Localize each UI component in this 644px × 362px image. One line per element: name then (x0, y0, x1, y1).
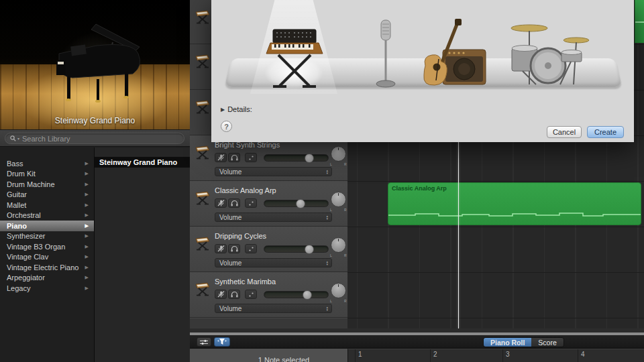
funnel-icon (217, 339, 227, 345)
create-button[interactable]: Create (587, 126, 624, 138)
pan-knob[interactable] (331, 192, 346, 207)
midi-region-classic-analog-arp[interactable]: Classic Analog Arp (388, 182, 641, 225)
category-item[interactable]: Piano ▶ (0, 221, 94, 231)
category-item[interactable]: Arpeggiator ▶ (0, 273, 94, 284)
pan-knob[interactable] (331, 283, 346, 298)
category-item[interactable]: Mallet ▶ (0, 200, 94, 210)
search-field[interactable]: ▾ (5, 133, 184, 144)
automation-param-dropdown[interactable]: Volume ▴▾ (215, 213, 332, 222)
category-item[interactable]: Drum Machine ▶ (0, 179, 94, 190)
volume-slider-thumb[interactable] (303, 290, 312, 300)
midi-catch-button[interactable] (214, 337, 230, 347)
instrument-option-keyboard[interactable] (264, 17, 325, 93)
pan-knob[interactable] (331, 237, 346, 253)
tab-score[interactable]: Score (531, 338, 563, 347)
instrument-option-guitar-amp[interactable] (416, 19, 490, 93)
midi-region-partial[interactable] (635, 0, 644, 43)
patch-list: Steinway Grand Piano (95, 147, 190, 362)
garageband-window: Steinway Grand Piano ▾ Bass ▶ Drum Kit ▶… (0, 0, 644, 362)
tab-piano-roll[interactable]: Piano Roll (484, 338, 531, 347)
mute-button[interactable] (215, 153, 227, 162)
pan-knob-tick (338, 147, 339, 150)
chevron-right-icon: ▶ (85, 213, 89, 218)
chevron-right-icon: ▶ (85, 286, 89, 291)
pan-knob[interactable] (331, 146, 346, 162)
editor-inspector-button[interactable] (197, 337, 211, 347)
search-scope-caret-icon: ▾ (17, 136, 19, 141)
category-item[interactable]: Orchestral ▶ (0, 210, 94, 221)
automation-param-dropdown[interactable]: Volume ▴▾ (215, 304, 332, 313)
mute-button[interactable] (215, 244, 227, 253)
category-label: Arpeggiator (7, 274, 85, 282)
mute-icon (217, 291, 225, 298)
track-options-button[interactable] (245, 153, 257, 162)
automation-param-dropdown[interactable]: Volume ▴▾ (215, 258, 332, 267)
category-item[interactable]: Synthesizer ▶ (0, 231, 94, 242)
help-label: ? (224, 123, 229, 131)
headphones-icon (231, 154, 238, 161)
volume-slider[interactable] (264, 154, 329, 162)
details-disclosure[interactable]: ▶ Details: (221, 105, 252, 113)
track-header[interactable]: Bright Synth Strings L R (190, 135, 347, 181)
track-header[interactable]: Synthetic Marimba L R (190, 272, 347, 318)
lane-separator (347, 318, 644, 318)
pan-left-label: L (330, 162, 332, 166)
headphones-icon (231, 200, 238, 206)
category-item[interactable]: Vintage Electric Piano ▶ (0, 262, 94, 273)
stepper-icon: ▴▾ (326, 260, 331, 265)
mute-button[interactable] (215, 290, 227, 299)
note-selection-status: 1 Note selected (190, 356, 347, 362)
volume-slider-thumb[interactable] (296, 199, 305, 208)
category-item[interactable]: Drum Kit ▶ (0, 169, 94, 180)
instrument-option-microphone[interactable] (372, 19, 399, 91)
track-header[interactable]: Classic Analog Arp L R (190, 181, 347, 227)
mute-icon (217, 154, 225, 161)
automation-param-dropdown[interactable]: Volume ▴▾ (215, 167, 332, 176)
midi-note-line (635, 21, 644, 23)
track-options-button[interactable] (245, 198, 257, 208)
category-label: Vintage Clav (7, 253, 85, 261)
category-item[interactable]: Legacy ▶ (0, 283, 94, 294)
solo-button[interactable] (228, 244, 240, 253)
mute-button[interactable] (215, 198, 227, 208)
category-label: Bass (7, 160, 85, 168)
instrument-option-drum-kit[interactable] (506, 15, 594, 91)
category-item[interactable]: Vintage Clav ▶ (0, 252, 94, 263)
volume-slider[interactable] (264, 200, 329, 207)
volume-slider[interactable] (264, 291, 329, 298)
solo-button[interactable] (228, 198, 240, 208)
library-panel: Steinway Grand Piano ▾ Bass ▶ Drum Kit ▶… (0, 0, 190, 362)
lane-separator (347, 227, 644, 227)
track-header[interactable]: Dripping Cycles L R (190, 227, 347, 272)
editor-ruler[interactable]: 1234 (347, 349, 644, 362)
track-options-button[interactable] (245, 244, 257, 253)
new-track-dialog: ▶ Details: ? Cancel Create (211, 0, 634, 142)
category-label: Piano (7, 222, 85, 230)
cancel-label: Cancel (553, 128, 576, 136)
solo-button[interactable] (228, 290, 240, 299)
category-list: Bass ▶ Drum Kit ▶ Drum Machine ▶ Guitar … (0, 147, 94, 362)
chevron-right-icon: ▶ (85, 233, 89, 239)
chevron-right-icon: ▶ (85, 171, 89, 176)
category-label: Mallet (7, 201, 85, 209)
solo-button[interactable] (228, 153, 240, 162)
category-item[interactable]: Bass ▶ (0, 158, 94, 169)
help-button[interactable]: ? (221, 121, 232, 132)
category-item[interactable]: Vintage B3 Organ ▶ (0, 241, 94, 252)
guitar-amp-icon (416, 19, 490, 93)
volume-slider-thumb[interactable] (305, 245, 314, 254)
volume-slider[interactable] (264, 245, 329, 253)
editor-split-divider[interactable] (190, 328, 644, 335)
chevron-right-icon: ▶ (85, 202, 89, 208)
category-item[interactable]: Guitar ▶ (0, 190, 94, 200)
synth-track-icon (193, 7, 211, 27)
chevron-right-icon: ▶ (85, 244, 89, 249)
ruler-bar-tick (355, 349, 356, 362)
dots-icon (248, 246, 254, 252)
patch-item-selected[interactable]: Steinway Grand Piano (95, 157, 190, 168)
cancel-button[interactable]: Cancel (547, 126, 582, 138)
search-input[interactable] (22, 135, 163, 143)
volume-slider-thumb[interactable] (305, 154, 314, 163)
track-options-button[interactable] (245, 290, 257, 299)
playhead[interactable] (458, 141, 459, 328)
